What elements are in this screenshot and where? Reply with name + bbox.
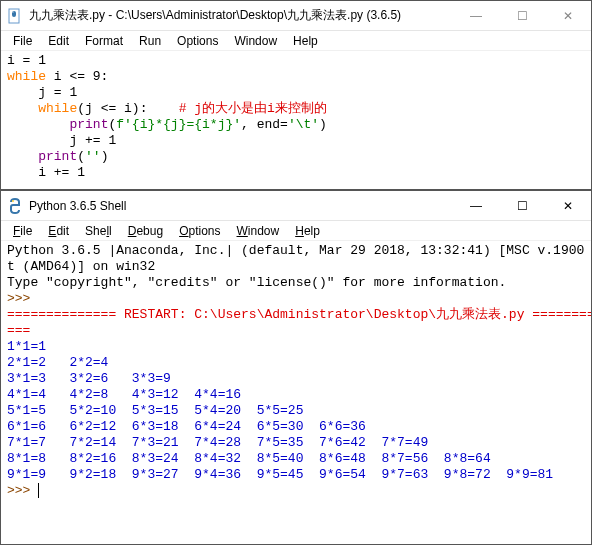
output-row: 7*1=7 7*2=14 7*3=21 7*4=28 7*5=35 7*6=42…	[7, 435, 428, 450]
close-button[interactable]: ✕	[545, 1, 591, 30]
prompt: >>>	[7, 483, 38, 498]
minimize-button[interactable]: —	[453, 191, 499, 220]
maximize-button[interactable]: ☐	[499, 191, 545, 220]
output-row: 2*1=2 2*2=4	[7, 355, 108, 370]
menu-format[interactable]: Format	[77, 34, 131, 48]
svg-point-2	[12, 200, 14, 202]
shell-title: Python 3.6.5 Shell	[29, 199, 453, 213]
banner-line: t (AMD64)] on win32	[7, 259, 155, 274]
menu-help[interactable]: Help	[287, 224, 328, 238]
output-row: 8*1=8 8*2=16 8*3=24 8*4=32 8*5=40 8*6=48…	[7, 451, 491, 466]
menu-edit[interactable]: Edit	[40, 34, 77, 48]
menu-shell[interactable]: Shell	[77, 224, 120, 238]
editor-title: 九九乘法表.py - C:\Users\Administrator\Deskto…	[29, 7, 453, 24]
shell-sysbtns: — ☐ ✕	[453, 191, 591, 220]
menu-debug[interactable]: Debug	[120, 224, 171, 238]
output-row: 9*1=9 9*2=18 9*3=27 9*4=36 9*5=45 9*6=54…	[7, 467, 553, 482]
prompt: >>>	[7, 291, 38, 306]
python-file-icon	[7, 8, 23, 24]
editor-titlebar[interactable]: 九九乘法表.py - C:\Users\Administrator\Deskto…	[1, 1, 591, 31]
shell-output[interactable]: Python 3.6.5 |Anaconda, Inc.| (default, …	[1, 241, 591, 542]
close-button[interactable]: ✕	[545, 191, 591, 220]
python-shell-icon	[7, 198, 23, 214]
output-row: 6*1=6 6*2=12 6*3=18 6*4=24 6*5=30 6*6=36	[7, 419, 366, 434]
banner-line: Python 3.6.5 |Anaconda, Inc.| (default, …	[7, 243, 591, 258]
menu-run[interactable]: Run	[131, 34, 169, 48]
shell-window: Python 3.6.5 Shell — ☐ ✕ File Edit Shell…	[0, 190, 592, 545]
shell-titlebar[interactable]: Python 3.6.5 Shell — ☐ ✕	[1, 191, 591, 221]
menu-options[interactable]: Options	[169, 34, 226, 48]
svg-point-1	[12, 11, 13, 12]
shell-menubar: File Edit Shell Debug Options Window Hel…	[1, 221, 591, 241]
banner-line: Type "copyright", "credits" or "license(…	[7, 275, 506, 290]
menu-file[interactable]: File	[5, 34, 40, 48]
restart-line: ===	[7, 323, 30, 338]
output-row: 1*1=1	[7, 339, 46, 354]
menu-file[interactable]: File	[5, 224, 40, 238]
minimize-button[interactable]: —	[453, 1, 499, 30]
menu-help[interactable]: Help	[285, 34, 326, 48]
menu-window[interactable]: Window	[229, 224, 288, 238]
restart-line: ============== RESTART: C:\Users\Adminis…	[7, 307, 591, 322]
editor-window: 九九乘法表.py - C:\Users\Administrator\Deskto…	[0, 0, 592, 190]
code-editor[interactable]: i = 1 while i <= 9: j = 1 while(j <= i):…	[1, 51, 591, 187]
text-cursor	[38, 483, 39, 498]
output-row: 4*1=4 4*2=8 4*3=12 4*4=16	[7, 387, 241, 402]
editor-menubar: File Edit Format Run Options Window Help	[1, 31, 591, 51]
editor-sysbtns: — ☐ ✕	[453, 1, 591, 30]
maximize-button[interactable]: ☐	[499, 1, 545, 30]
menu-edit[interactable]: Edit	[40, 224, 77, 238]
output-row: 3*1=3 3*2=6 3*3=9	[7, 371, 171, 386]
menu-options[interactable]: Options	[171, 224, 228, 238]
output-row: 5*1=5 5*2=10 5*3=15 5*4=20 5*5=25	[7, 403, 303, 418]
menu-window[interactable]: Window	[226, 34, 285, 48]
